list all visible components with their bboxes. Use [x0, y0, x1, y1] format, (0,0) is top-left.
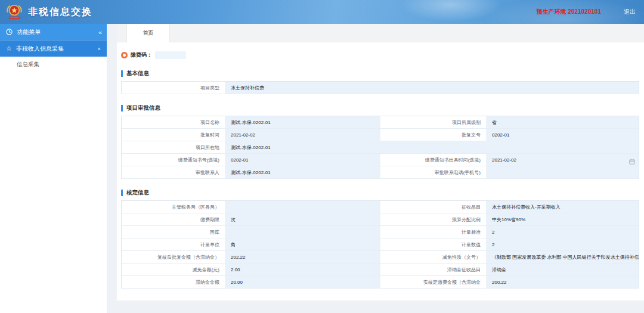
- menu-title: 功能菜单: [17, 28, 41, 36]
- field-label: 主管税务局（区县局）: [122, 201, 225, 213]
- field-label: 缴费期限: [122, 213, 225, 226]
- sidebar-item-info-collect[interactable]: 信息采集: [0, 57, 107, 72]
- chevron-up-icon[interactable]: ∧: [97, 47, 101, 51]
- field-value[interactable]: 0202-01: [225, 154, 380, 166]
- field-value[interactable]: 20.00: [225, 276, 380, 289]
- field-value[interactable]: 《财政部 国家发展改革委 水利部 中国人民银行关于印发水土保持补偿费: [487, 251, 639, 264]
- calendar-icon[interactable]: [629, 157, 635, 163]
- field-label: 项目所属级别: [380, 116, 487, 129]
- payment-code-field[interactable]: [155, 51, 186, 59]
- field-label: 审批联系人: [122, 166, 225, 179]
- payment-code-row: 缴费码：: [121, 50, 639, 60]
- sidebar: 功能菜单 « ☆ 非税收入信息采集 ∧ 信息采集: [0, 24, 107, 313]
- field-value[interactable]: 中央10%省90%: [487, 213, 639, 226]
- star-icon: ☆: [6, 45, 12, 52]
- tab-home[interactable]: 首页: [126, 24, 170, 42]
- field-label: 项目名称: [122, 116, 225, 129]
- collapse-icon[interactable]: «: [98, 29, 102, 36]
- field-label: 计量数值: [380, 238, 487, 251]
- payment-code-icon: [121, 52, 128, 58]
- field-label: 滞纳金金额: [122, 276, 225, 289]
- field-value[interactable]: 测试-水保-0202-01: [225, 116, 380, 129]
- field-label: 减免金额(元): [122, 264, 225, 276]
- section-title-bar: [121, 70, 123, 77]
- form-section: 核定信息主管税务局（区县局）征收品目水土保持补偿费收入-开采期收入缴费期限次预算…: [121, 189, 639, 289]
- field-value[interactable]: 2: [487, 238, 639, 251]
- header-right: 预生产环境 2021020101 退出: [537, 8, 636, 16]
- form-section: 基本信息项目类型水土保持补偿费: [121, 70, 639, 94]
- group-title: 非税收入信息采集: [16, 45, 64, 53]
- field-label: 项目所在地: [122, 141, 225, 154]
- field-label: 征收品目: [380, 201, 487, 213]
- field-value[interactable]: [487, 166, 639, 179]
- environment-label: 预生产环境 2021020101: [537, 8, 601, 16]
- field-value[interactable]: 202.22: [225, 251, 380, 264]
- field-label: 预算分配比例: [380, 213, 487, 226]
- section-title-text: 核定信息: [126, 189, 149, 197]
- field-value[interactable]: 2: [487, 226, 639, 238]
- field-label: 实核定缴费金额（含滞纳金: [380, 276, 487, 289]
- section-title-bar: [121, 190, 123, 196]
- section-title-text: 项目审批信息: [126, 104, 160, 112]
- field-value[interactable]: 2021-02-02: [225, 129, 380, 141]
- field-label: 减免性质（文号）: [380, 251, 487, 264]
- tax-emblem-logo: [6, 3, 23, 21]
- section-title: 核定信息: [121, 189, 639, 197]
- section-title-bar: [121, 105, 123, 111]
- form-section: 项目审批信息项目名称测试-水保-0202-01项目所属级别省批复时间2021-0…: [121, 104, 639, 179]
- field-label: 计量标准: [380, 226, 487, 238]
- field-label: 复核后批复金额（含滞纳金）: [122, 251, 225, 264]
- form-table: 主管税务局（区县局）征收品目水土保持补偿费收入-开采期收入缴费期限次预算分配比例…: [121, 200, 639, 289]
- field-value[interactable]: 省: [487, 116, 639, 129]
- field-label: 项目类型: [122, 82, 225, 94]
- field-value[interactable]: [225, 201, 380, 213]
- field-label: 审批联系电话(手机号): [380, 166, 487, 179]
- section-title-text: 基本信息: [126, 70, 149, 78]
- logout-button[interactable]: 退出: [624, 8, 636, 16]
- field-value[interactable]: 测试-水保-0202-01: [225, 141, 639, 154]
- field-value[interactable]: 测试-水保-0202-01: [225, 166, 380, 179]
- field-label: 计量单位: [122, 238, 225, 251]
- field-value[interactable]: 200.22: [487, 276, 639, 289]
- menu-icon: [6, 29, 13, 35]
- tab-bar: 首页: [117, 24, 644, 42]
- form-table: 项目名称测试-水保-0202-01项目所属级别省批复时间2021-02-02批复…: [121, 116, 639, 179]
- field-value[interactable]: 次: [225, 213, 380, 226]
- field-label: 国库: [122, 226, 225, 238]
- field-label: 缴费通知书出具时间(选填): [380, 154, 487, 166]
- main-area: 首页 缴费码： 基本信息项目类型水土保持补偿费项目审批信息项目名称测试-水保-0…: [107, 24, 644, 313]
- field-value[interactable]: 2.00: [225, 264, 380, 276]
- app-title: 非税信息交换: [28, 6, 92, 18]
- section-title: 基本信息: [121, 70, 639, 78]
- content-panel: 首页 缴费码： 基本信息项目类型水土保持补偿费项目审批信息项目名称测试-水保-0…: [117, 24, 644, 300]
- field-value[interactable]: 滞纳金: [487, 264, 639, 276]
- field-value[interactable]: [225, 226, 380, 238]
- brand: 非税信息交换: [6, 3, 92, 21]
- form-sections: 基本信息项目类型水土保持补偿费项目审批信息项目名称测试-水保-0202-01项目…: [121, 70, 639, 289]
- field-value[interactable]: 角: [225, 238, 380, 251]
- field-label: 批复时间: [122, 129, 225, 141]
- field-label: 滞纳金征收品目: [380, 264, 487, 276]
- panel-body: 缴费码： 基本信息项目类型水土保持补偿费项目审批信息项目名称测试-水保-0202…: [117, 42, 644, 289]
- field-label: 缴费通知书号(选填): [122, 154, 225, 166]
- form-table: 项目类型水土保持补偿费: [121, 81, 639, 94]
- field-label: 批复文号: [380, 129, 487, 141]
- field-value[interactable]: 水土保持补偿费收入-开采期收入: [487, 201, 639, 213]
- sidebar-menu-header[interactable]: 功能菜单 «: [0, 24, 107, 40]
- app-header: 非税信息交换 预生产环境 2021020101 退出: [0, 0, 644, 24]
- sidebar-group-nontax-collect[interactable]: ☆ 非税收入信息采集 ∧: [0, 40, 107, 57]
- payment-code-label: 缴费码：: [131, 51, 152, 59]
- field-value[interactable]: 2021-02-02: [487, 154, 639, 166]
- field-value[interactable]: 0202-01: [487, 129, 639, 141]
- section-title: 项目审批信息: [121, 104, 639, 112]
- field-value[interactable]: 水土保持补偿费: [225, 82, 639, 94]
